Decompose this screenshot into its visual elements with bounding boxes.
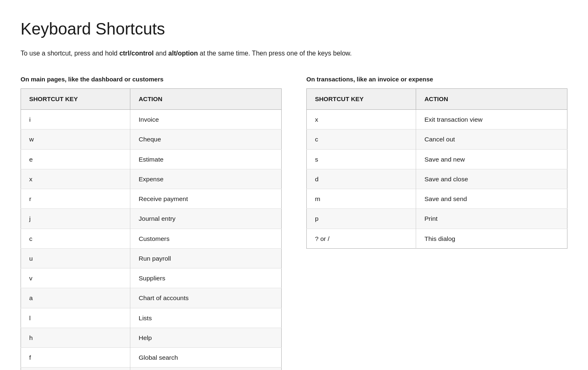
- alt-bold: alt/option: [168, 50, 198, 57]
- left-table-label: On main pages, like the dashboard or cus…: [21, 75, 282, 84]
- table-row: eEstimate: [21, 149, 282, 169]
- shortcut-key: c: [21, 229, 130, 248]
- table-row: hHelp: [21, 328, 282, 347]
- shortcut-key: ? or /: [307, 229, 416, 248]
- ctrl-bold: ctrl/control: [119, 50, 154, 57]
- shortcut-action: Suppliers: [130, 268, 282, 288]
- shortcut-action: Run payroll: [130, 248, 282, 268]
- shortcut-key: e: [21, 149, 130, 169]
- shortcut-action: Save and send: [416, 189, 567, 209]
- page-title: Keyboard Shortcuts: [21, 16, 567, 41]
- table-row: iInvoice: [21, 110, 282, 130]
- table-row: cCancel out: [307, 130, 567, 149]
- shortcut-key: j: [21, 209, 130, 229]
- shortcut-action: Focus the left menu: [130, 368, 282, 370]
- shortcut-action: Journal entry: [130, 209, 282, 229]
- shortcut-key: f: [21, 348, 130, 368]
- table-row: fGlobal search: [21, 348, 282, 368]
- shortcut-key: d: [307, 169, 416, 189]
- shortcut-key: u: [21, 248, 130, 268]
- table-row: wCheque: [21, 130, 282, 149]
- table-row: dSave and close: [307, 169, 567, 189]
- shortcut-key: r: [21, 189, 130, 209]
- shortcut-action: Receive payment: [130, 189, 282, 209]
- table-row: lLists: [21, 308, 282, 328]
- shortcut-key: m: [307, 189, 416, 209]
- shortcut-action: Help: [130, 328, 282, 347]
- shortcut-action: Global search: [130, 348, 282, 368]
- shortcut-action: Chart of accounts: [130, 288, 282, 308]
- shortcut-key: x: [21, 169, 130, 189]
- tables-container: On main pages, like the dashboard or cus…: [21, 75, 567, 370]
- intro-paragraph: To use a shortcut, press and hold ctrl/c…: [21, 49, 567, 58]
- shortcut-action: This dialog: [416, 229, 567, 248]
- table-row: cCustomers: [21, 229, 282, 248]
- table-row: xExpense: [21, 169, 282, 189]
- shortcut-key: i: [21, 110, 130, 130]
- right-table: SHORTCUT KEY ACTION xExit transaction vi…: [306, 88, 567, 249]
- shortcut-action: Cheque: [130, 130, 282, 149]
- right-col1-header: SHORTCUT KEY: [307, 88, 416, 110]
- left-table: SHORTCUT KEY ACTION iInvoicewChequeeEsti…: [21, 88, 282, 370]
- intro-text-end: at the same time. Then press one of the …: [198, 50, 352, 57]
- table-row: uRun payroll: [21, 248, 282, 268]
- table-row: xExit transaction view: [307, 110, 567, 130]
- table-row: aChart of accounts: [21, 288, 282, 308]
- shortcut-action: Invoice: [130, 110, 282, 130]
- shortcut-key: d: [21, 368, 130, 370]
- right-col2-header: ACTION: [416, 88, 567, 110]
- shortcut-key: p: [307, 209, 416, 229]
- shortcut-key: v: [21, 268, 130, 288]
- shortcut-key: l: [21, 308, 130, 328]
- shortcut-action: Print: [416, 209, 567, 229]
- table-row: vSuppliers: [21, 268, 282, 288]
- table-row: rReceive payment: [21, 189, 282, 209]
- left-table-header-row: SHORTCUT KEY ACTION: [21, 88, 282, 110]
- right-table-header-row: SHORTCUT KEY ACTION: [307, 88, 567, 110]
- shortcut-action: Exit transaction view: [416, 110, 567, 130]
- right-table-label: On transactions, like an invoice or expe…: [306, 75, 567, 84]
- shortcut-action: Save and new: [416, 149, 567, 169]
- table-row: dFocus the left menu: [21, 368, 282, 370]
- table-row: pPrint: [307, 209, 567, 229]
- left-table-section: On main pages, like the dashboard or cus…: [21, 75, 282, 370]
- shortcut-key: w: [21, 130, 130, 149]
- table-row: jJournal entry: [21, 209, 282, 229]
- shortcut-key: a: [21, 288, 130, 308]
- table-row: ? or /This dialog: [307, 229, 567, 248]
- intro-text-before: To use a shortcut, press and hold: [21, 50, 119, 57]
- table-row: sSave and new: [307, 149, 567, 169]
- shortcut-key: s: [307, 149, 416, 169]
- shortcut-action: Customers: [130, 229, 282, 248]
- table-row: mSave and send: [307, 189, 567, 209]
- right-table-section: On transactions, like an invoice or expe…: [306, 75, 567, 249]
- left-col2-header: ACTION: [130, 88, 282, 110]
- shortcut-key: c: [307, 130, 416, 149]
- shortcut-action: Save and close: [416, 169, 567, 189]
- shortcut-action: Lists: [130, 308, 282, 328]
- shortcut-action: Cancel out: [416, 130, 567, 149]
- left-col1-header: SHORTCUT KEY: [21, 88, 130, 110]
- shortcut-key: x: [307, 110, 416, 130]
- shortcut-action: Expense: [130, 169, 282, 189]
- shortcut-action: Estimate: [130, 149, 282, 169]
- shortcut-key: h: [21, 328, 130, 347]
- intro-text-middle: and: [154, 50, 169, 57]
